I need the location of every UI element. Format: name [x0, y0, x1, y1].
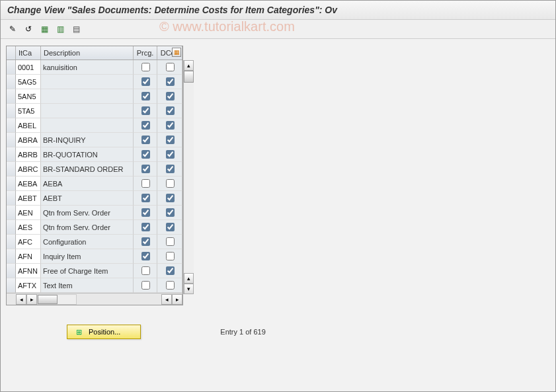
cell-itca[interactable]: 5AN5: [16, 89, 41, 104]
cell-itca[interactable]: 5TA5: [16, 104, 41, 118]
cell-itca[interactable]: ABEL: [16, 118, 41, 133]
prcg-checkbox[interactable]: [141, 92, 150, 100]
cell-description[interactable]: Qtn from Serv. Order: [41, 220, 134, 235]
cell-dcos[interactable]: [157, 133, 182, 147]
undo-icon[interactable]: ↺: [22, 22, 35, 36]
prcg-checkbox[interactable]: [141, 208, 150, 217]
column-header-prcg[interactable]: Prcg.: [134, 46, 157, 59]
cell-description[interactable]: Text Item: [41, 278, 134, 293]
dcos-checkbox[interactable]: [166, 63, 175, 71]
prcg-checkbox[interactable]: [141, 179, 150, 188]
vertical-scrollbar[interactable]: ▴ ▴ ▾: [183, 60, 194, 294]
cell-description[interactable]: AEBA: [41, 176, 134, 191]
cell-prcg[interactable]: [134, 206, 157, 220]
row-selector[interactable]: [7, 249, 16, 264]
prcg-checkbox[interactable]: [141, 281, 150, 290]
position-button[interactable]: ⊞ Position...: [67, 325, 141, 339]
cell-prcg[interactable]: [134, 191, 157, 206]
prcg-checkbox[interactable]: [141, 266, 150, 275]
prcg-checkbox[interactable]: [141, 121, 150, 130]
cell-itca[interactable]: AFN: [16, 249, 41, 264]
hscroll-right2-icon[interactable]: ▸: [172, 294, 182, 305]
prcg-checkbox[interactable]: [141, 223, 150, 231]
cell-prcg[interactable]: [134, 89, 157, 104]
table-row[interactable]: AEBA AEBA: [7, 176, 182, 191]
prcg-checkbox[interactable]: [141, 165, 150, 173]
cell-description[interactable]: BR-INQUIRY: [41, 133, 134, 147]
row-selector[interactable]: [7, 60, 16, 75]
cell-dcos[interactable]: [157, 162, 182, 176]
table-row[interactable]: AES Qtn from Serv. Order: [7, 220, 182, 235]
table-row[interactable]: AFNN Free of Charge Item: [7, 264, 182, 278]
row-selector[interactable]: [7, 278, 16, 293]
table-row[interactable]: AFTX Text Item: [7, 278, 182, 293]
table-row[interactable]: 5AN5: [7, 89, 182, 104]
dcos-checkbox[interactable]: [166, 252, 175, 260]
dcos-checkbox[interactable]: [166, 208, 175, 217]
cell-prcg[interactable]: [134, 104, 157, 118]
cell-prcg[interactable]: [134, 278, 157, 293]
row-selector[interactable]: [7, 104, 16, 118]
cell-prcg[interactable]: [134, 249, 157, 264]
table-row[interactable]: 5AG5: [7, 75, 182, 89]
dcos-checkbox[interactable]: [166, 150, 175, 159]
cell-dcos[interactable]: [157, 176, 182, 191]
prcg-checkbox[interactable]: [141, 106, 150, 115]
row-selector[interactable]: [7, 235, 16, 249]
cell-prcg[interactable]: [134, 220, 157, 235]
cell-dcos[interactable]: [157, 75, 182, 89]
dcos-checkbox[interactable]: [166, 77, 175, 86]
dcos-checkbox[interactable]: [166, 281, 175, 290]
cell-description[interactable]: Qtn from Serv. Order: [41, 206, 134, 220]
cell-prcg[interactable]: [134, 133, 157, 147]
cell-itca[interactable]: AEN: [16, 206, 41, 220]
table-row[interactable]: ABRA BR-INQUIRY: [7, 133, 182, 147]
cell-description[interactable]: [41, 75, 134, 89]
row-selector[interactable]: [7, 75, 16, 89]
hscroll-track[interactable]: [37, 294, 77, 305]
cell-itca[interactable]: ABRC: [16, 162, 41, 176]
cell-description[interactable]: [41, 89, 134, 104]
dcos-checkbox[interactable]: [166, 237, 175, 246]
dcos-checkbox[interactable]: [166, 194, 175, 202]
cell-description[interactable]: AEBT: [41, 191, 134, 206]
cell-itca[interactable]: 5AG5: [16, 75, 41, 89]
table-settings-icon[interactable]: ▦: [172, 48, 181, 57]
table-row[interactable]: 0001 kanuisition: [7, 60, 182, 75]
cell-itca[interactable]: 0001: [16, 60, 41, 75]
prcg-checkbox[interactable]: [141, 252, 150, 260]
table-row[interactable]: AEBT AEBT: [7, 191, 182, 206]
cell-dcos[interactable]: [157, 235, 182, 249]
cell-prcg[interactable]: [134, 264, 157, 278]
cell-itca[interactable]: ABRB: [16, 147, 41, 162]
table-row[interactable]: AFN Inquiry Item: [7, 249, 182, 264]
dcos-checkbox[interactable]: [166, 121, 175, 130]
cell-prcg[interactable]: [134, 118, 157, 133]
vscroll-up2-icon[interactable]: ▴: [184, 273, 194, 284]
row-selector[interactable]: [7, 118, 16, 133]
prcg-checkbox[interactable]: [141, 136, 150, 144]
cell-itca[interactable]: ABRA: [16, 133, 41, 147]
table-row[interactable]: 5TA5: [7, 104, 182, 118]
cell-itca[interactable]: AFNN: [16, 264, 41, 278]
hscroll-thumb[interactable]: [38, 295, 58, 304]
column-header-itca[interactable]: ItCa: [16, 46, 41, 59]
prcg-checkbox[interactable]: [141, 63, 150, 71]
row-selector[interactable]: [7, 89, 16, 104]
vscroll-track[interactable]: [184, 71, 194, 273]
cell-description[interactable]: [41, 104, 134, 118]
row-selector[interactable]: [7, 176, 16, 191]
cell-prcg[interactable]: [134, 176, 157, 191]
row-selector[interactable]: [7, 206, 16, 220]
vscroll-up-icon[interactable]: ▴: [184, 60, 194, 71]
vscroll-down-icon[interactable]: ▾: [184, 284, 194, 294]
cell-itca[interactable]: AFTX: [16, 278, 41, 293]
cell-dcos[interactable]: [157, 191, 182, 206]
cell-description[interactable]: BR-STANDARD ORDER: [41, 162, 134, 176]
cell-itca[interactable]: AEBA: [16, 176, 41, 191]
prcg-checkbox[interactable]: [141, 194, 150, 202]
cell-description[interactable]: kanuisition: [41, 60, 134, 75]
cell-description[interactable]: Free of Charge Item: [41, 264, 134, 278]
dcos-checkbox[interactable]: [166, 179, 175, 188]
cell-description[interactable]: Inquiry Item: [41, 249, 134, 264]
